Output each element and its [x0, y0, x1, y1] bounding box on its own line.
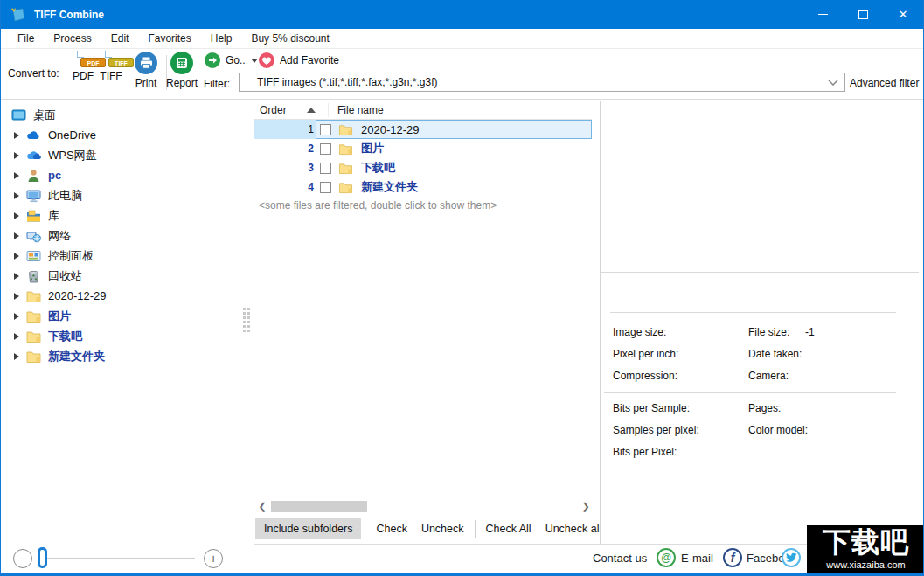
sidebar-splitter-handle[interactable] [243, 308, 251, 337]
computer-icon [26, 189, 41, 203]
maximize-button[interactable] [843, 0, 883, 29]
folder-icon [26, 330, 41, 344]
row-order: 1 [254, 123, 314, 135]
row-checkbox[interactable] [320, 143, 331, 155]
expand-arrow-icon[interactable] [14, 152, 19, 159]
expand-arrow-icon[interactable] [14, 212, 19, 219]
file-row[interactable]: 1 2020-12-29 [254, 120, 592, 139]
row-checkbox[interactable] [320, 182, 331, 193]
check-button[interactable]: Check [369, 518, 413, 539]
scroll-left-arrow[interactable]: ❮ [256, 499, 268, 514]
desktop-icon [11, 108, 26, 122]
expand-arrow-icon[interactable] [14, 313, 19, 320]
twitter-icon[interactable] [782, 548, 801, 567]
add-favorite-button[interactable]: Add Favorite [259, 52, 339, 68]
expand-arrow-icon[interactable] [14, 132, 19, 139]
sidebar-item-network[interactable]: 网络 [3, 226, 240, 246]
file-row[interactable]: 3 下载吧 [254, 158, 592, 177]
sidebar-item-label: pc [48, 169, 61, 182]
sort-asc-icon[interactable] [307, 108, 316, 113]
wps-cloud-icon [26, 149, 41, 163]
contact-us-link[interactable]: Contact us [593, 552, 647, 565]
convert-to-tiff-button[interactable]: TIFF TIFF [97, 52, 125, 82]
row-checkbox[interactable] [320, 163, 331, 174]
filter-combobox[interactable]: TIFF images (*.tif;*.tiff;*.fax;*.g3n;*.… [239, 73, 845, 92]
filter-label: Filter: [204, 78, 230, 90]
minimize-icon [818, 14, 828, 15]
expand-arrow-icon[interactable] [14, 172, 19, 179]
expand-arrow-icon[interactable] [14, 232, 19, 239]
check-all-button[interactable]: Check All [479, 518, 538, 539]
sidebar-item-wps-cloud[interactable]: WPS网盘 [3, 145, 240, 165]
menu-file[interactable]: File [8, 29, 44, 48]
expand-arrow-icon[interactable] [14, 293, 19, 300]
onedrive-icon [26, 128, 41, 142]
sidebar-item-desktop[interactable]: 桌面 [3, 105, 240, 125]
sidebar-item-onedrive[interactable]: OneDrive [3, 125, 240, 145]
watermark-title: 下载吧 [807, 525, 924, 559]
zoom-out-button[interactable]: − [13, 549, 32, 568]
folder-icon [26, 309, 41, 323]
scrollbar-thumb[interactable] [271, 501, 367, 512]
go-button[interactable]: Go.. [205, 52, 258, 68]
maximize-icon [858, 10, 868, 19]
zoom-bar: − + [1, 544, 249, 573]
sidebar-item-label: 下载吧 [48, 329, 82, 344]
expand-arrow-icon[interactable] [14, 273, 19, 280]
details-divider [604, 392, 896, 393]
facebook-icon[interactable]: f [723, 548, 742, 567]
expand-arrow-icon[interactable] [14, 192, 19, 199]
close-button[interactable]: ✕ [883, 0, 923, 29]
row-checkbox[interactable] [320, 124, 331, 135]
sidebar-item-libraries[interactable]: 库 [3, 205, 240, 226]
sidebar-item-this-pc[interactable]: 此电脑 [3, 185, 240, 205]
expand-arrow-icon[interactable] [14, 253, 19, 260]
convert-to-pdf-button[interactable]: PDF PDF [69, 52, 97, 82]
include-subfolders-button[interactable]: Include subfolders [255, 518, 361, 539]
file-row[interactable]: 2 图片 [254, 139, 592, 158]
sidebar-item-folder-2020-12-29[interactable]: 2020-12-29 [3, 286, 240, 306]
expand-arrow-icon[interactable] [14, 333, 19, 340]
report-button[interactable]: Report [162, 52, 202, 89]
zoom-slider-track[interactable] [41, 558, 195, 559]
pdf-button-label: PDF [69, 70, 97, 82]
email-icon[interactable]: @ [657, 548, 676, 567]
menu-favorites[interactable]: Favorites [138, 29, 200, 48]
email-link[interactable]: E-mail [681, 552, 713, 565]
toolbar-separator [129, 55, 129, 90]
sidebar-item-folder-xiazaiba[interactable]: 下载吧 [3, 326, 240, 346]
minimize-button[interactable] [802, 0, 843, 29]
expand-arrow-icon[interactable] [14, 353, 19, 360]
scroll-right-arrow[interactable]: ❯ [580, 499, 592, 514]
sidebar-item-folder-new[interactable]: 新建文件夹 [3, 346, 240, 366]
zoom-slider-handle[interactable] [38, 547, 47, 568]
zoom-in-button[interactable]: + [204, 549, 223, 568]
column-header-file-name[interactable]: File name [337, 104, 384, 116]
column-header-order[interactable]: Order [260, 104, 287, 116]
menu-help[interactable]: Help [201, 29, 242, 48]
go-dropdown-caret-icon [251, 59, 258, 63]
user-icon [26, 169, 41, 183]
window-title: TIFF Combine [34, 9, 104, 21]
menu-edit[interactable]: Edit [101, 29, 139, 48]
sidebar-item-label: 2020-12-29 [48, 289, 107, 302]
add-favorite-label: Add Favorite [280, 54, 339, 66]
menu-buy-discount[interactable]: Buy 5% discount [241, 29, 338, 48]
sidebar-item-folder-pictures[interactable]: 图片 [3, 306, 240, 326]
folder-icon [338, 123, 353, 136]
details-panel: Image size: File size: -1 Pixel per inch… [601, 101, 919, 544]
sidebar-item-recycle-bin[interactable]: 回收站 [3, 266, 240, 286]
date-taken-label: Date taken: [748, 348, 802, 360]
sidebar-item-label: 控制面板 [48, 248, 94, 264]
sidebar-item-control-panel[interactable]: 控制面板 [3, 246, 240, 266]
bits-per-sample-label: Bits per Sample: [613, 402, 690, 414]
menu-process[interactable]: Process [44, 29, 101, 48]
print-button[interactable]: Print [130, 52, 162, 89]
file-row[interactable]: 4 新建文件夹 [254, 177, 592, 197]
uncheck-button[interactable]: Uncheck [414, 518, 471, 539]
advanced-filter-button[interactable]: Advanced filter [850, 77, 919, 89]
filtered-files-note[interactable]: <some files are filtered, double click t… [259, 199, 497, 212]
go-button-label: Go.. [226, 54, 246, 66]
sidebar-item-pc-user[interactable]: pc [3, 165, 240, 185]
uncheck-all-button[interactable]: Uncheck all [538, 518, 600, 539]
